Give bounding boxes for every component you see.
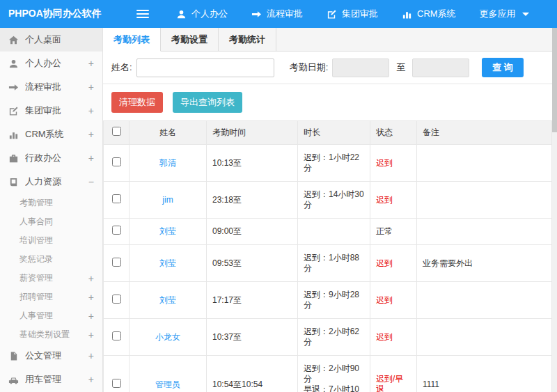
note bbox=[417, 182, 552, 219]
employee-name-link[interactable]: 小龙女 bbox=[155, 332, 180, 342]
sidebar-item-label: 用车管理 bbox=[25, 373, 86, 386]
attendance-time: 23:18至 bbox=[207, 182, 298, 219]
sidebar-item-workflow-approval[interactable]: 流程审批 + bbox=[0, 75, 102, 99]
note: 业务需要外出 bbox=[417, 245, 552, 282]
col-header-note: 备注 bbox=[417, 121, 552, 145]
expand-toggle[interactable]: + bbox=[86, 105, 94, 116]
row-checkbox[interactable] bbox=[112, 379, 121, 388]
row-checkbox[interactable] bbox=[112, 258, 121, 267]
book-icon bbox=[8, 177, 19, 187]
duration: 迟到：9小时28分 bbox=[298, 282, 370, 319]
attendance-time: 10:37至 bbox=[207, 319, 298, 356]
expand-toggle[interactable]: + bbox=[86, 81, 94, 93]
employee-name-link[interactable]: 刘莹 bbox=[159, 258, 176, 268]
sidebar-item-group-approval[interactable]: 集团审批 + bbox=[0, 99, 102, 123]
sidebar-item-vehicle-mgmt[interactable]: 用车管理 + bbox=[0, 368, 102, 391]
menu-toggle-icon[interactable] bbox=[136, 8, 149, 20]
row-checkbox[interactable] bbox=[112, 226, 121, 235]
duration: 迟到：14小时30分 bbox=[298, 182, 370, 219]
sidebar-subitem-personnel-contract[interactable]: 人事合同 bbox=[0, 212, 102, 231]
top-navigation-bar: PHPOA协同办公软件 个人办公 流程审批 集团审批 CRM系统 更多应用 bbox=[0, 0, 557, 28]
search-button[interactable]: 查 询 bbox=[482, 58, 524, 77]
expand-toggle[interactable]: + bbox=[86, 129, 94, 140]
status-badge: 迟到 bbox=[370, 282, 417, 319]
select-all-checkbox[interactable] bbox=[112, 127, 121, 136]
expand-toggle[interactable]: + bbox=[86, 152, 94, 164]
chevron-down-icon bbox=[522, 13, 529, 16]
collapse-toggle[interactable]: − bbox=[86, 176, 94, 187]
duration: 迟到：2小时90分 早退：7小时10分 bbox=[298, 356, 370, 392]
row-checkbox[interactable] bbox=[112, 157, 121, 166]
expand-toggle[interactable]: + bbox=[86, 329, 94, 340]
nav-label: 流程审批 bbox=[267, 8, 303, 20]
name-filter-input[interactable] bbox=[136, 58, 274, 77]
row-checkbox[interactable] bbox=[112, 295, 121, 304]
nav-crm-system[interactable]: CRM系统 bbox=[390, 0, 468, 28]
attendance-time: 09:00至 bbox=[207, 219, 298, 245]
scrollbar-thumb[interactable] bbox=[552, 28, 557, 132]
col-header-duration: 时长 bbox=[298, 121, 370, 145]
expand-toggle[interactable]: + bbox=[86, 311, 94, 322]
employee-name-link[interactable]: jim bbox=[162, 195, 173, 205]
sidebar-subitem-training-mgmt[interactable]: 培训管理 bbox=[0, 231, 102, 250]
sidebar-item-label: 集团审批 bbox=[25, 104, 86, 117]
row-checkbox[interactable] bbox=[112, 331, 121, 340]
expand-toggle[interactable]: + bbox=[86, 374, 94, 385]
row-checkbox[interactable] bbox=[112, 194, 121, 203]
note bbox=[417, 282, 552, 319]
nav-workflow-approval[interactable]: 流程审批 bbox=[240, 0, 315, 28]
flow-icon bbox=[251, 9, 262, 19]
sidebar-subitem-salary-mgmt[interactable]: 薪资管理 + bbox=[0, 269, 102, 288]
status-badge: 正常 bbox=[370, 219, 417, 245]
duration: 迟到：1小时22分 bbox=[298, 145, 370, 182]
sidebar: 个人桌面 个人办公 + 流程审批 + 集团审批 + CRM系统 + 行政办公 + bbox=[0, 28, 103, 392]
tab-attendance-stats[interactable]: 考勤统计 bbox=[219, 28, 276, 51]
duration: 迟到：2小时62分 bbox=[298, 319, 370, 356]
car-icon bbox=[8, 375, 19, 385]
attendance-table: 姓名 考勤时间 时长 状态 备注 郭清 10:13至 迟到：1小时22分 迟到 bbox=[103, 120, 552, 392]
date-to-label: 至 bbox=[396, 61, 405, 74]
employee-name-link[interactable]: 郭清 bbox=[159, 158, 176, 168]
edit-icon bbox=[327, 9, 337, 19]
sidebar-item-admin-office[interactable]: 行政办公 + bbox=[0, 146, 102, 170]
sidebar-subitem-label: 考勤管理 bbox=[19, 197, 91, 209]
expand-toggle[interactable]: + bbox=[86, 273, 94, 284]
status-badge: 迟到 bbox=[370, 319, 417, 356]
employee-name-link[interactable]: 管理员 bbox=[155, 379, 180, 389]
sidebar-subitem-basic-category-settings[interactable]: 基础类别设置 + bbox=[0, 325, 102, 344]
sidebar-subitem-reward-punishment[interactable]: 奖惩记录 bbox=[0, 250, 102, 269]
employee-name-link[interactable]: 刘莹 bbox=[159, 295, 176, 305]
sidebar-item-personal-desktop[interactable]: 个人桌面 bbox=[0, 28, 102, 52]
tab-attendance-settings[interactable]: 考勤设置 bbox=[161, 28, 219, 51]
clean-data-button[interactable]: 清理数据 bbox=[111, 92, 163, 113]
sidebar-subitem-attendance-mgmt[interactable]: 考勤管理 bbox=[0, 194, 102, 212]
duration bbox=[298, 219, 370, 245]
employee-name-link[interactable]: 刘莹 bbox=[159, 226, 176, 236]
date-from-input[interactable] bbox=[332, 58, 389, 77]
sidebar-item-document-mgmt[interactable]: 公文管理 + bbox=[0, 344, 102, 368]
col-header-name: 姓名 bbox=[130, 121, 207, 145]
sidebar-item-label: 公文管理 bbox=[25, 350, 86, 362]
table-row: 管理员 10:54至10:54 迟到：2小时90分 早退：7小时10分 迟到/早… bbox=[104, 356, 552, 392]
nav-group-approval[interactable]: 集团审批 bbox=[315, 0, 390, 28]
nav-label: 更多应用 bbox=[480, 8, 516, 20]
nav-personal-office[interactable]: 个人办公 bbox=[164, 0, 240, 28]
sidebar-subitem-personnel-mgmt[interactable]: 人事管理 + bbox=[0, 306, 102, 325]
export-list-button[interactable]: 导出查询列表 bbox=[173, 92, 242, 113]
sidebar-subitem-label: 奖惩记录 bbox=[19, 253, 91, 265]
sidebar-subitem-recruitment-mgmt[interactable]: 招聘管理 + bbox=[0, 288, 102, 306]
sidebar-item-personal-office[interactable]: 个人办公 + bbox=[0, 52, 102, 75]
sidebar-item-crm[interactable]: CRM系统 + bbox=[0, 123, 102, 146]
vertical-scrollbar[interactable] bbox=[552, 28, 557, 392]
sidebar-item-hr[interactable]: 人力资源 − bbox=[0, 170, 102, 194]
sidebar-item-label: 行政办公 bbox=[25, 152, 86, 164]
expand-toggle[interactable]: + bbox=[86, 350, 94, 361]
expand-toggle[interactable]: + bbox=[86, 58, 94, 69]
nav-label: 个人办公 bbox=[191, 8, 228, 20]
date-to-input[interactable] bbox=[412, 58, 469, 77]
sidebar-subitem-label: 培训管理 bbox=[19, 235, 91, 246]
tab-attendance-list[interactable]: 考勤列表 bbox=[103, 28, 161, 52]
nav-more-apps[interactable]: 更多应用 bbox=[468, 0, 541, 28]
expand-toggle[interactable]: + bbox=[86, 292, 94, 303]
chart-icon bbox=[402, 9, 412, 19]
